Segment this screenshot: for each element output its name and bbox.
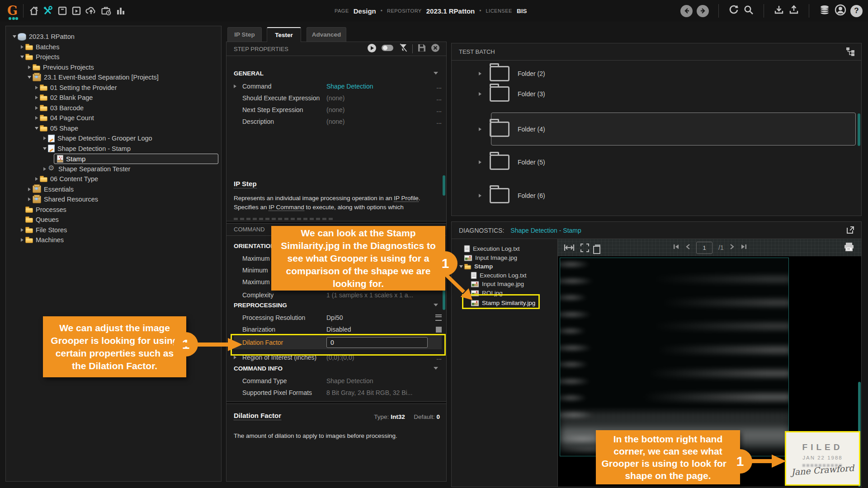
batch-folder-row[interactable]: Folder (6) xyxy=(452,179,861,212)
chevron-down-icon[interactable] xyxy=(434,304,438,306)
tab-ip-step[interactable]: IP Step xyxy=(227,27,262,42)
batch-folder-row[interactable]: Folder (3) xyxy=(452,77,861,110)
ellipsis-button[interactable]: ... xyxy=(434,83,442,90)
property-row[interactable]: Should Execute Expression(none)... xyxy=(234,92,442,104)
batch-folder-row[interactable]: Folder (5) xyxy=(452,145,861,178)
tree-node-root[interactable]: 2023.1 RPatton xyxy=(6,32,221,42)
tree-node[interactable]: Machines xyxy=(6,235,221,245)
print-icon[interactable] xyxy=(844,242,854,253)
cloud-upload-icon[interactable] xyxy=(85,6,97,16)
diagnostics-context-link[interactable]: Shape Detection - Stamp xyxy=(510,227,581,234)
scrollbar-thumb[interactable] xyxy=(858,113,860,146)
command-info-section-header[interactable]: COMMAND INFO xyxy=(234,365,283,372)
next-page-icon[interactable] xyxy=(730,244,735,252)
tree-node[interactable]: Previous Projects xyxy=(6,62,221,73)
tree-node[interactable]: 05 Shape xyxy=(6,123,221,134)
back-button[interactable] xyxy=(680,5,693,17)
close-icon[interactable] xyxy=(431,43,440,54)
refresh-icon[interactable] xyxy=(728,5,739,17)
tree-node[interactable]: 02 Blank Page xyxy=(6,93,221,103)
property-help-meta: Type: Int32 Default: 0 xyxy=(374,413,440,420)
orientation-section-header[interactable]: ORIENTATION xyxy=(234,243,275,249)
property-row-command[interactable]: CommandShape Detection... xyxy=(234,80,442,92)
context-breadcrumb: PAGE Design • REPOSITORY 2023.1 RPatton … xyxy=(335,0,527,22)
stamp-shape-preview: FILED JAN 22 1988 Jane Crawford xyxy=(785,431,860,486)
ellipsis-button[interactable]: ... xyxy=(434,106,442,113)
ellipsis-button[interactable]: ... xyxy=(434,94,442,102)
property-row[interactable]: Description(none)... xyxy=(234,116,442,127)
stats-chart-icon[interactable] xyxy=(116,6,125,16)
ip-command-link[interactable]: IP Command xyxy=(269,204,304,211)
general-section-header[interactable]: GENERAL xyxy=(234,70,264,77)
clear-filter-icon[interactable] xyxy=(398,43,407,54)
tree-node[interactable]: Queues xyxy=(6,215,221,225)
tab-tester[interactable]: Tester xyxy=(267,27,301,42)
diag-item[interactable]: Input Image.jpg xyxy=(458,253,535,263)
expander-icon[interactable] xyxy=(234,356,242,359)
expander-icon[interactable] xyxy=(234,84,242,88)
tree-node[interactable]: Shape Detection - Stamp xyxy=(6,144,221,154)
page-value[interactable]: Design xyxy=(354,7,376,15)
property-row[interactable]: Command TypeShape Detection xyxy=(234,375,442,387)
home-icon[interactable] xyxy=(29,6,39,16)
batch-box-icon[interactable] xyxy=(57,6,67,16)
tree-node[interactable]: Projects xyxy=(6,52,221,62)
scrollbar-thumb[interactable] xyxy=(443,175,445,196)
diag-item[interactable]: Execution Log.txt xyxy=(458,244,535,253)
last-page-icon[interactable] xyxy=(741,244,747,252)
tree-node[interactable]: 04 Page Count xyxy=(6,113,221,123)
save-icon[interactable] xyxy=(418,44,426,54)
tools-icon[interactable] xyxy=(43,6,53,16)
checkbox-icon[interactable] xyxy=(436,327,442,333)
panel-divider[interactable] xyxy=(226,401,446,404)
marquee-zoom-icon[interactable] xyxy=(580,244,589,252)
tree-node[interactable]: 03 Barcode xyxy=(6,103,221,113)
search-icon[interactable] xyxy=(743,5,754,17)
ellipsis-button[interactable]: ... xyxy=(434,118,442,125)
briefcase-clock-icon[interactable] xyxy=(101,6,112,16)
tree-node-selected[interactable]: Stamp xyxy=(6,154,221,164)
user-account-icon[interactable] xyxy=(835,4,846,18)
property-row[interactable]: Next Step Expression(none)... xyxy=(234,104,442,116)
panel-divider[interactable] xyxy=(226,221,446,224)
folder-icon xyxy=(25,218,33,223)
tree-node[interactable]: Shape Detection - Grooper Logo xyxy=(6,133,221,144)
prev-page-icon[interactable] xyxy=(685,244,690,252)
ip-profile-link[interactable]: IP Profile xyxy=(394,195,419,202)
download-icon[interactable] xyxy=(774,5,784,17)
hierarchy-icon[interactable] xyxy=(846,47,855,57)
chevron-down-icon[interactable] xyxy=(434,72,438,75)
help-icon[interactable]: ? xyxy=(850,5,863,17)
tree-node[interactable]: Processes xyxy=(6,205,221,215)
divider xyxy=(718,4,719,18)
first-page-icon[interactable] xyxy=(673,244,679,252)
upload-icon[interactable] xyxy=(788,5,799,17)
batch-process-icon[interactable] xyxy=(71,6,81,16)
open-external-icon[interactable] xyxy=(846,225,855,236)
page-navigator: /1 xyxy=(673,242,747,254)
copy-image-icon[interactable] xyxy=(595,244,600,251)
database-icon[interactable] xyxy=(819,5,830,17)
property-row[interactable]: Supported Pixel Formats8 Bit Gray, 24 Bi… xyxy=(234,387,442,399)
tree-node[interactable]: Essentials xyxy=(6,184,221,195)
property-row[interactable]: Complexity1 (1 samples x 1 scales x 1 a.… xyxy=(234,289,442,301)
tree-node[interactable]: 01 Setting the Provider xyxy=(6,83,221,93)
property-row[interactable]: Processing ResolutionDpi50 xyxy=(234,312,442,324)
menu-icon[interactable] xyxy=(435,314,442,321)
tree-node[interactable]: File Stores xyxy=(6,225,221,235)
tree-node[interactable]: Batches xyxy=(6,42,221,52)
forward-button[interactable] xyxy=(697,5,709,17)
repository-value[interactable]: 2023.1 RPatton xyxy=(426,7,475,15)
tree-node[interactable]: 06 Content Type xyxy=(6,174,221,184)
tab-advanced[interactable]: Advanced xyxy=(307,27,346,42)
execute-step-icon[interactable] xyxy=(367,43,377,55)
tree-node[interactable]: 23.1 Event-Based Separation [Projects] xyxy=(6,72,221,83)
chevron-down-icon[interactable] xyxy=(434,367,438,370)
page-number-input[interactable] xyxy=(696,242,712,254)
preprocessing-section-header[interactable]: PREPROCESSING xyxy=(234,302,287,309)
fit-width-icon[interactable] xyxy=(564,244,575,251)
batch-folder-row-selected[interactable]: Folder (4) xyxy=(452,113,861,145)
tree-node[interactable]: Shared Resources xyxy=(6,194,221,205)
tree-node[interactable]: Shape Separation Tester xyxy=(6,164,221,174)
toggle-icon[interactable] xyxy=(382,44,393,53)
